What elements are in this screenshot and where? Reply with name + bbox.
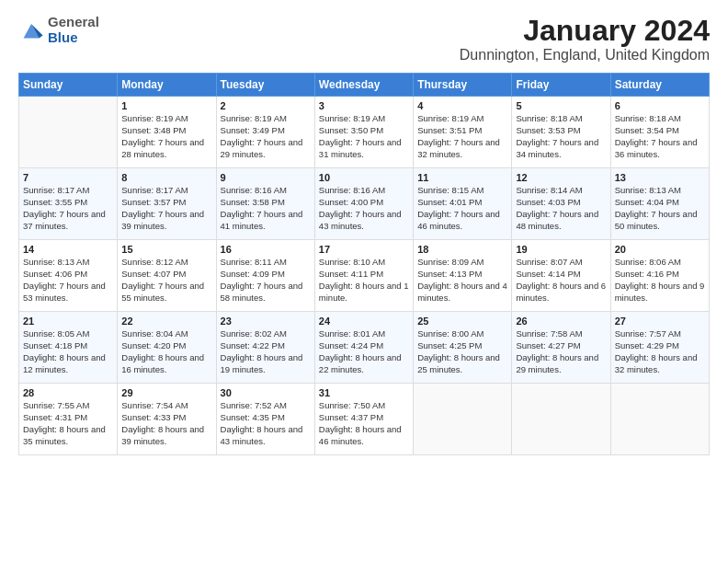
header-friday: Friday [512,74,610,97]
week-row-0: 1Sunrise: 8:19 AMSunset: 3:48 PMDaylight… [19,97,710,168]
day-number: 20 [615,244,705,255]
calendar-cell: 30Sunrise: 7:52 AMSunset: 4:35 PMDayligh… [216,384,314,455]
header: General Blue January 2024 Dunnington, En… [18,15,710,63]
day-number: 9 [221,172,311,183]
cell-info: Sunrise: 8:13 AMSunset: 4:06 PMDaylight:… [23,257,113,304]
cell-info: Sunrise: 8:19 AMSunset: 3:49 PMDaylight:… [221,113,311,160]
day-number: 14 [23,244,113,255]
day-number: 19 [516,244,606,255]
title-location: Dunnington, England, United Kingdom [460,47,710,63]
cell-info: Sunrise: 8:04 AMSunset: 4:20 PMDaylight:… [121,328,211,375]
day-number: 8 [121,172,211,183]
logo: General Blue [18,15,99,45]
day-number: 11 [417,172,507,183]
header-saturday: Saturday [610,74,709,97]
cell-info: Sunrise: 8:12 AMSunset: 4:07 PMDaylight:… [121,257,211,304]
cell-info: Sunrise: 8:17 AMSunset: 3:55 PMDaylight:… [23,185,113,232]
day-number: 4 [417,100,507,111]
logo-text: General Blue [48,15,99,45]
calendar-cell: 3Sunrise: 8:19 AMSunset: 3:50 PMDaylight… [314,97,413,168]
day-number: 22 [121,316,211,327]
day-number: 21 [23,316,113,327]
calendar-cell [414,384,512,455]
calendar-cell: 29Sunrise: 7:54 AMSunset: 4:33 PMDayligh… [118,384,216,455]
cell-info: Sunrise: 8:10 AMSunset: 4:11 PMDaylight:… [319,257,409,304]
cell-info: Sunrise: 7:57 AMSunset: 4:29 PMDaylight:… [615,328,705,375]
title-month: January 2024 [460,15,710,47]
cell-info: Sunrise: 8:02 AMSunset: 4:22 PMDaylight:… [221,328,311,375]
cell-info: Sunrise: 8:14 AMSunset: 4:03 PMDaylight:… [516,185,606,232]
calendar-cell [512,384,610,455]
calendar-cell: 2Sunrise: 8:19 AMSunset: 3:49 PMDaylight… [216,97,314,168]
calendar-cell: 14Sunrise: 8:13 AMSunset: 4:06 PMDayligh… [19,240,118,312]
cell-info: Sunrise: 8:18 AMSunset: 3:54 PMDaylight:… [615,113,705,160]
calendar-cell: 12Sunrise: 8:14 AMSunset: 4:03 PMDayligh… [512,168,610,240]
calendar-table: Sunday Monday Tuesday Wednesday Thursday… [18,73,710,455]
logo-general-label: General [48,15,99,30]
cell-info: Sunrise: 8:17 AMSunset: 3:57 PMDaylight:… [121,185,211,232]
header-sunday: Sunday [19,74,118,97]
day-number: 30 [221,387,311,398]
calendar-cell: 25Sunrise: 8:00 AMSunset: 4:25 PMDayligh… [414,312,512,384]
cell-info: Sunrise: 8:16 AMSunset: 3:58 PMDaylight:… [221,185,311,232]
logo-blue-label: Blue [48,30,99,46]
header-monday: Monday [118,74,216,97]
header-wednesday: Wednesday [314,74,413,97]
title-block: January 2024 Dunnington, England, United… [460,15,710,63]
calendar-cell: 16Sunrise: 8:11 AMSunset: 4:09 PMDayligh… [216,240,314,312]
header-thursday: Thursday [414,74,512,97]
calendar-cell: 9Sunrise: 8:16 AMSunset: 3:58 PMDaylight… [216,168,314,240]
cell-info: Sunrise: 8:06 AMSunset: 4:16 PMDaylight:… [615,257,705,304]
calendar-cell: 13Sunrise: 8:13 AMSunset: 4:04 PMDayligh… [610,168,709,240]
day-number: 3 [319,100,409,111]
calendar-cell: 24Sunrise: 8:01 AMSunset: 4:24 PMDayligh… [314,312,413,384]
header-tuesday: Tuesday [216,74,314,97]
cell-info: Sunrise: 7:54 AMSunset: 4:33 PMDaylight:… [121,400,211,447]
calendar-cell: 17Sunrise: 8:10 AMSunset: 4:11 PMDayligh… [314,240,413,312]
cell-info: Sunrise: 8:01 AMSunset: 4:24 PMDaylight:… [319,328,409,375]
calendar-cell: 23Sunrise: 8:02 AMSunset: 4:22 PMDayligh… [216,312,314,384]
calendar-cell: 7Sunrise: 8:17 AMSunset: 3:55 PMDaylight… [19,168,118,240]
cell-info: Sunrise: 8:16 AMSunset: 4:00 PMDaylight:… [319,185,409,232]
page: General Blue January 2024 Dunnington, En… [0,0,728,563]
day-number: 31 [319,387,409,398]
cell-info: Sunrise: 8:19 AMSunset: 3:51 PMDaylight:… [417,113,507,160]
calendar-body: 1Sunrise: 8:19 AMSunset: 3:48 PMDaylight… [19,97,710,455]
week-row-1: 7Sunrise: 8:17 AMSunset: 3:55 PMDaylight… [19,168,710,240]
cell-info: Sunrise: 8:19 AMSunset: 3:48 PMDaylight:… [121,113,211,160]
day-number: 6 [615,100,705,111]
day-number: 2 [221,100,311,111]
calendar-cell [19,97,118,168]
calendar-cell: 10Sunrise: 8:16 AMSunset: 4:00 PMDayligh… [314,168,413,240]
day-number: 23 [221,316,311,327]
calendar-cell: 19Sunrise: 8:07 AMSunset: 4:14 PMDayligh… [512,240,610,312]
calendar-cell: 5Sunrise: 8:18 AMSunset: 3:53 PMDaylight… [512,97,610,168]
day-number: 28 [23,387,113,398]
cell-info: Sunrise: 8:11 AMSunset: 4:09 PMDaylight:… [221,257,311,304]
week-row-4: 28Sunrise: 7:55 AMSunset: 4:31 PMDayligh… [19,384,710,455]
calendar-cell: 27Sunrise: 7:57 AMSunset: 4:29 PMDayligh… [610,312,709,384]
calendar-cell: 31Sunrise: 7:50 AMSunset: 4:37 PMDayligh… [314,384,413,455]
calendar-cell: 4Sunrise: 8:19 AMSunset: 3:51 PMDaylight… [414,97,512,168]
calendar-cell: 6Sunrise: 8:18 AMSunset: 3:54 PMDaylight… [610,97,709,168]
week-row-2: 14Sunrise: 8:13 AMSunset: 4:06 PMDayligh… [19,240,710,312]
calendar-cell: 22Sunrise: 8:04 AMSunset: 4:20 PMDayligh… [118,312,216,384]
cell-info: Sunrise: 7:55 AMSunset: 4:31 PMDaylight:… [23,400,113,447]
day-number: 17 [319,244,409,255]
cell-info: Sunrise: 7:52 AMSunset: 4:35 PMDaylight:… [221,400,311,447]
logo-icon [18,17,44,43]
calendar-cell: 18Sunrise: 8:09 AMSunset: 4:13 PMDayligh… [414,240,512,312]
day-number: 18 [417,244,507,255]
calendar-cell: 21Sunrise: 8:05 AMSunset: 4:18 PMDayligh… [19,312,118,384]
cell-info: Sunrise: 8:09 AMSunset: 4:13 PMDaylight:… [417,257,507,304]
day-number: 29 [121,387,211,398]
calendar-cell: 15Sunrise: 8:12 AMSunset: 4:07 PMDayligh… [118,240,216,312]
calendar-cell: 1Sunrise: 8:19 AMSunset: 3:48 PMDaylight… [118,97,216,168]
day-number: 15 [121,244,211,255]
day-number: 13 [615,172,705,183]
day-number: 27 [615,316,705,327]
calendar-cell: 28Sunrise: 7:55 AMSunset: 4:31 PMDayligh… [19,384,118,455]
day-number: 7 [23,172,113,183]
cell-info: Sunrise: 8:19 AMSunset: 3:50 PMDaylight:… [319,113,409,160]
cell-info: Sunrise: 7:58 AMSunset: 4:27 PMDaylight:… [516,328,606,375]
